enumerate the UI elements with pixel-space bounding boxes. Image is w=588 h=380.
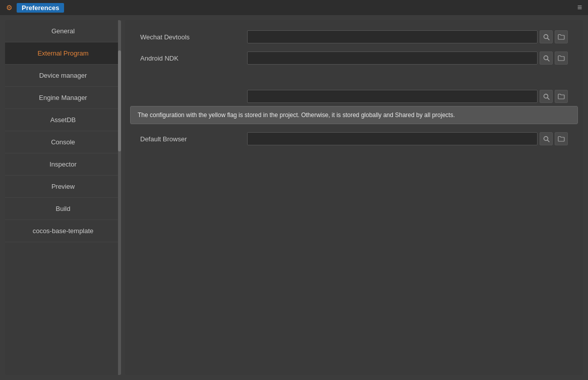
svg-line-3 <box>547 59 549 61</box>
svg-line-5 <box>547 97 549 99</box>
wechat-devtools-row: Wechat Devtools <box>140 30 568 43</box>
android-sdk-input[interactable] <box>247 90 538 103</box>
sidebar-item-general[interactable]: General <box>5 20 121 42</box>
default-browser-row: Default Browser <box>140 132 568 145</box>
wechat-devtools-folder-btn[interactable] <box>555 30 568 43</box>
default-browser-input[interactable] <box>247 132 538 145</box>
menu-icon[interactable]: ≡ <box>577 3 582 12</box>
android-ndk-input[interactable] <box>247 51 538 65</box>
sidebar-item-cocos-base-template[interactable]: cocos-base-template <box>5 220 121 242</box>
tooltip-bar: The configuration with the yellow flag i… <box>130 106 578 124</box>
wechat-devtools-input[interactable] <box>247 30 538 43</box>
sidebar-item-external-program[interactable]: External Program <box>5 42 121 65</box>
sidebar-item-assetdb[interactable]: AssetDB <box>5 109 121 131</box>
android-sdk-row <box>140 90 568 103</box>
wechat-devtools-label: Wechat Devtools <box>140 33 241 41</box>
sidebar-item-console[interactable]: Console <box>5 131 121 153</box>
svg-line-1 <box>547 38 549 40</box>
wechat-devtools-input-group <box>247 30 568 43</box>
sidebar: General External Program Device manager … <box>5 20 121 375</box>
sidebar-scrollbar[interactable] <box>118 20 121 375</box>
default-browser-folder-btn[interactable] <box>555 132 568 145</box>
app-title: Preferences <box>17 3 64 13</box>
title-bar: ⚙ Preferences ≡ <box>0 0 588 15</box>
preferences-icon: ⚙ <box>6 4 13 12</box>
android-ndk-label: Android NDK <box>140 55 241 62</box>
android-ndk-row: Android NDK <box>140 51 568 65</box>
sidebar-item-build[interactable]: Build <box>5 198 121 220</box>
default-browser-label: Default Browser <box>140 135 241 143</box>
svg-line-9 <box>547 140 549 142</box>
android-sdk-folder-btn[interactable] <box>555 90 568 103</box>
sidebar-item-device-manager[interactable]: Device manager <box>5 65 121 87</box>
android-ndk-search-btn[interactable] <box>540 51 553 65</box>
sidebar-item-preview[interactable]: Preview <box>5 176 121 198</box>
sidebar-item-engine-manager[interactable]: Engine Manager <box>5 87 121 109</box>
android-sdk-search-btn[interactable] <box>540 90 553 103</box>
android-sdk-input-group <box>247 90 568 103</box>
default-browser-search-btn[interactable] <box>540 132 553 145</box>
title-bar-left: ⚙ Preferences <box>6 3 64 13</box>
main-container: General External Program Device manager … <box>0 15 588 380</box>
content-panel: Wechat Devtools Andr <box>125 20 583 375</box>
android-ndk-input-group <box>247 51 568 65</box>
sidebar-item-inspector[interactable]: Inspector <box>5 153 121 176</box>
android-ndk-folder-btn[interactable] <box>555 51 568 65</box>
wechat-devtools-search-btn[interactable] <box>540 30 553 43</box>
sidebar-scroll-thumb[interactable] <box>118 50 121 151</box>
default-browser-input-group <box>247 132 568 145</box>
